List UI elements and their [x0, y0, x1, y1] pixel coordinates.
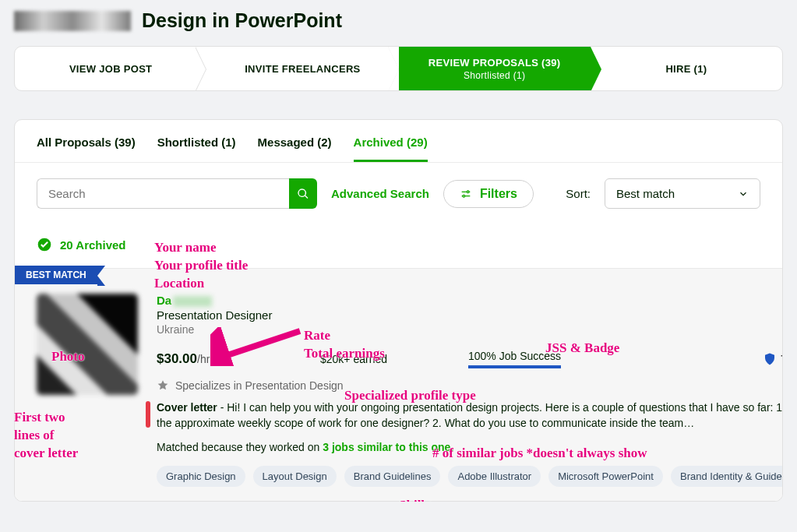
- sort-select[interactable]: Best match: [605, 178, 760, 209]
- skill-chip[interactable]: Layout Design: [253, 466, 337, 487]
- step-review-proposals[interactable]: REVIEW PROPOSALS (39) Shortlisted (1): [399, 47, 591, 90]
- freelancer-location: Ukraine: [157, 323, 783, 336]
- skill-chip[interactable]: Microsoft PowerPoint: [548, 466, 663, 487]
- freelancer-name[interactable]: Da: [157, 294, 783, 307]
- chevron-down-icon: [738, 188, 749, 199]
- filters-button[interactable]: Filters: [443, 180, 534, 208]
- step-label: VIEW JOB POST: [69, 63, 152, 75]
- proposals-panel: All Proposals (39) Shortlisted (1) Messa…: [14, 119, 783, 502]
- check-circle-icon: [37, 237, 52, 252]
- similar-jobs-link[interactable]: 3 jobs similar to this one.: [323, 441, 453, 453]
- skill-chips: Graphic Design Layout Design Brand Guide…: [157, 466, 783, 487]
- svg-point-0: [467, 191, 469, 193]
- sort-label: Sort:: [566, 187, 591, 200]
- step-label: INVITE FREELANCERS: [245, 63, 360, 75]
- search-input[interactable]: [37, 178, 289, 209]
- step-label: HIRE (1): [665, 63, 707, 75]
- tab-all[interactable]: All Proposals (39): [37, 136, 136, 162]
- filters-label: Filters: [480, 187, 517, 201]
- step-label: REVIEW PROPOSALS (39): [428, 57, 561, 69]
- cover-letter-preview: Cover letter - Hi! I can help you with y…: [157, 400, 783, 432]
- matched-reason: Matched because they worked on 3 jobs si…: [157, 441, 783, 453]
- search-button[interactable]: [289, 178, 317, 209]
- tab-archived[interactable]: Archived (29): [354, 136, 428, 162]
- advanced-search-link[interactable]: Advanced Search: [331, 187, 429, 200]
- shield-icon: [763, 351, 777, 367]
- archived-toggle[interactable]: 20 Archived: [15, 224, 782, 268]
- toolbar: Advanced Search Filters Sort: Best match: [15, 163, 782, 224]
- hiring-stepper: VIEW JOB POST INVITE FREELANCERS REVIEW …: [14, 46, 783, 91]
- tab-shortlisted[interactable]: Shortlisted (1): [157, 136, 236, 162]
- svg-point-1: [463, 195, 465, 197]
- avatar[interactable]: [37, 294, 138, 395]
- sliders-icon: [460, 188, 472, 200]
- star-icon: [157, 379, 169, 392]
- skill-chip[interactable]: Adobe Illustrator: [448, 466, 541, 487]
- freelancer-title: Presentation Designer: [157, 308, 783, 322]
- tab-messaged[interactable]: Messaged (2): [258, 136, 332, 162]
- step-sublabel: Shortlisted (1): [464, 70, 525, 81]
- proposal-card: BEST MATCH Da Presentation Designer Ukra…: [15, 268, 782, 501]
- hourly-rate: $30.00/hr: [157, 351, 320, 367]
- step-invite[interactable]: INVITE FREELANCERS: [206, 47, 398, 90]
- skill-chip[interactable]: Brand Identity & Guidelines: [671, 466, 783, 487]
- archived-toggle-label: 20 Archived: [60, 238, 126, 252]
- step-view-job[interactable]: VIEW JOB POST: [15, 47, 206, 90]
- proposal-tabs: All Proposals (39) Shortlisted (1) Messa…: [15, 120, 782, 163]
- best-match-badge: BEST MATCH: [15, 266, 97, 284]
- skill-chip[interactable]: Brand Guidelines: [344, 466, 441, 487]
- sort-value: Best match: [616, 187, 675, 200]
- highlight-mark: [146, 401, 150, 428]
- redacted-prefix: [14, 11, 131, 31]
- total-earned: $20k+ earned: [320, 353, 468, 365]
- top-rated-badge: TOP RATED: [763, 351, 784, 367]
- search-icon: [297, 188, 309, 200]
- page-header: Design in PowerPoint: [0, 0, 797, 46]
- page-title: Design in PowerPoint: [142, 9, 342, 32]
- specialization: Specializes in Presentation Design: [157, 379, 783, 392]
- step-hire[interactable]: HIRE (1): [591, 47, 782, 90]
- job-success-score: 100% Job Success: [468, 350, 561, 368]
- skill-chip[interactable]: Graphic Design: [157, 466, 245, 487]
